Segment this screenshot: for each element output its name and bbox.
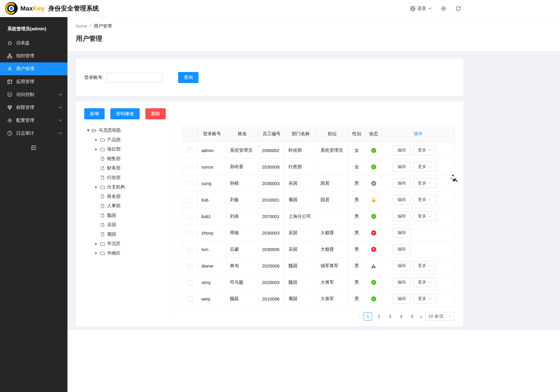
more-button[interactable]: 更多 — [413, 277, 436, 287]
tree-node[interactable]: 魏国 — [87, 211, 170, 220]
more-button[interactable]: 更多 — [413, 162, 436, 172]
edit-button[interactable]: 编辑 — [393, 195, 411, 205]
tree-node[interactable]: 销售部 — [87, 154, 170, 164]
cell-employee-id: 2030009 — [258, 159, 285, 175]
row-checkbox[interactable] — [188, 198, 192, 202]
add-button[interactable]: 新增 — [84, 108, 105, 119]
folder-open-icon — [92, 128, 97, 133]
table-row: dianw典韦2020006魏国镇军将军男编辑更多 — [182, 258, 455, 274]
page-number-5[interactable]: 5 — [408, 312, 416, 321]
settings-gear-icon[interactable] — [441, 6, 446, 11]
cell-gender: 男 — [348, 192, 365, 208]
more-button[interactable]: 更多 — [413, 145, 436, 155]
main-content: home/用户管理 用户管理 登录账号: 查询 新增 密码修改 删除 马克思钥匙… — [67, 17, 560, 392]
tree-node-root[interactable]: 马克思钥匙 — [87, 126, 170, 135]
user-table: 登录账号姓名员工编号部门名称职位性别状态操作 admin系统管理员2000002… — [182, 125, 455, 307]
page-number-4[interactable]: 4 — [397, 312, 405, 321]
page-number-2[interactable]: 2 — [375, 312, 383, 321]
search-button[interactable]: 查询 — [178, 72, 198, 83]
cell-employee-id: 2020006 — [258, 258, 285, 274]
edit-button[interactable]: 编辑 — [393, 294, 411, 304]
collapse-sidebar-button[interactable] — [0, 145, 67, 150]
chevron-down-icon — [428, 166, 431, 168]
search-panel: 登录账号: 查询 — [76, 59, 463, 96]
column-header: 操作 — [382, 126, 455, 142]
caret-right-icon — [95, 139, 97, 141]
row-checkbox[interactable] — [188, 214, 192, 219]
chevron-down-icon — [59, 106, 62, 109]
more-button[interactable]: 更多 — [413, 195, 436, 205]
row-checkbox[interactable] — [188, 148, 192, 153]
logout-icon[interactable] — [455, 6, 461, 11]
sidebar-item-apps[interactable]: 应用管理 — [0, 75, 67, 88]
file-icon — [100, 166, 105, 170]
sidebar-item-permissions[interactable]: 权限管理 — [0, 101, 67, 114]
cell-department: 蜀国 — [285, 291, 317, 307]
tree-node[interactable]: 产品部 — [87, 135, 170, 145]
search-input[interactable] — [106, 73, 162, 82]
language-selector[interactable]: 语言 — [410, 6, 432, 11]
page-size-select[interactable]: 10 条/页 — [425, 312, 455, 321]
cell-checkbox — [182, 274, 198, 291]
edit-button[interactable]: 编辑 — [393, 244, 411, 254]
breadcrumb-home[interactable]: home — [76, 23, 87, 28]
page-number-1[interactable]: 1 — [364, 312, 372, 321]
tree-node[interactable]: 商务部 — [87, 192, 170, 202]
tree-node[interactable]: 华北区 — [87, 239, 170, 249]
tree-node-label: 商务部 — [107, 194, 121, 199]
edit-button[interactable]: 编辑 — [393, 277, 411, 287]
page-number-3[interactable]: 3 — [386, 312, 394, 321]
user-icon — [7, 66, 12, 71]
more-button[interactable]: 更多 — [413, 211, 436, 221]
edit-button[interactable]: 编辑 — [393, 211, 411, 221]
file-icon — [100, 204, 105, 208]
more-button[interactable]: 更多 — [413, 178, 436, 188]
cell-actions: 编辑 — [382, 225, 455, 241]
more-button[interactable]: 更多 — [413, 261, 436, 271]
row-checkbox[interactable] — [188, 297, 192, 301]
row-checkbox[interactable] — [188, 280, 192, 285]
app-title: 身份安全管理系统 — [48, 4, 99, 13]
more-button[interactable]: 更多 — [413, 294, 436, 304]
edit-button[interactable]: 编辑 — [393, 261, 411, 271]
cell-position — [317, 208, 348, 225]
sidebar-item-config[interactable]: 配置管理 — [0, 114, 67, 127]
cell-department: 上海分公司 — [285, 208, 317, 225]
cell-department: 吴国 — [285, 241, 317, 258]
select-all-checkbox[interactable] — [188, 132, 192, 136]
tree-node[interactable]: 吴国 — [87, 220, 170, 230]
prev-page-button[interactable]: ‹ — [357, 314, 361, 319]
cell-gender: 男 — [348, 225, 365, 241]
tree-node[interactable]: 财务部 — [87, 163, 170, 173]
row-checkbox[interactable] — [188, 247, 192, 252]
cell-status — [365, 258, 382, 274]
edit-button[interactable]: 编辑 — [393, 228, 411, 238]
sidebar-item-org[interactable]: 组织管理 — [0, 49, 67, 62]
edit-button[interactable]: 编辑 — [393, 178, 411, 188]
next-page-button[interactable]: › — [419, 314, 423, 319]
cell-actions: 编辑更多 — [382, 291, 455, 307]
sidebar-item-dashboard[interactable]: 仪表盘 — [0, 37, 67, 49]
edit-button[interactable]: 编辑 — [393, 162, 411, 172]
sidebar-item-users[interactable]: 用户管理 — [0, 62, 67, 75]
row-checkbox[interactable] — [188, 181, 192, 186]
row-checkbox[interactable] — [188, 165, 192, 169]
row-checkbox[interactable] — [188, 231, 192, 235]
sidebar-item-access-control[interactable]: 访问控制 — [0, 88, 67, 101]
maxkey-logo — [5, 2, 18, 15]
cell-department: 吴国 — [285, 175, 317, 192]
brand-name: MaxKey — [20, 5, 45, 12]
row-checkbox[interactable] — [188, 264, 192, 268]
tree-node[interactable]: 项目部 — [87, 145, 170, 154]
delete-button[interactable]: 删除 — [145, 108, 166, 119]
tree-node[interactable]: 蜀国 — [87, 230, 170, 239]
tree-node[interactable]: 人事部 — [87, 201, 170, 211]
tree-node[interactable]: 分支机构 — [87, 182, 170, 192]
tree-node[interactable]: 行政部 — [87, 173, 170, 183]
change-password-button[interactable]: 密码修改 — [110, 108, 140, 119]
cell-employee-id: 2030003 — [258, 225, 285, 241]
edit-button[interactable]: 编辑 — [393, 145, 411, 155]
cell-account: zhouy — [198, 225, 226, 241]
sidebar-item-audit[interactable]: 日志审计 — [0, 127, 67, 140]
tree-node[interactable]: 华南区 — [87, 249, 170, 258]
